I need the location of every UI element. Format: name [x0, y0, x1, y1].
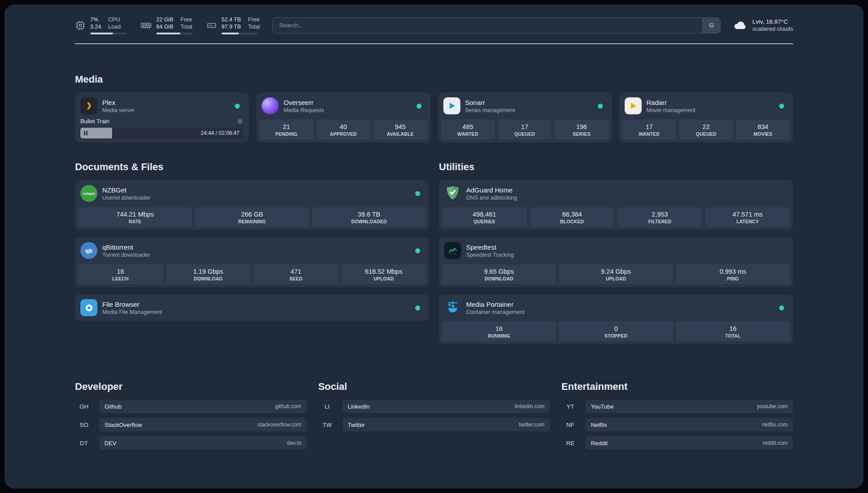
bookmark-name: LinkedIn: [348, 403, 370, 410]
bookmark-link-stackoverflow[interactable]: StackOverflow stackoverflow.com: [99, 418, 307, 431]
bookmark-group-entertainment: Entertainment YT YouTube youtube.com NF …: [561, 381, 793, 455]
bookmark-link-netflix[interactable]: Netflix netflix.com: [585, 418, 793, 431]
stat-value: 945: [374, 123, 426, 131]
bookmark-link-youtube[interactable]: YouTube youtube.com: [585, 400, 793, 413]
stat-block: 86,384 BLOCKED: [530, 207, 615, 227]
stat-block: 17 WANTED: [622, 120, 676, 139]
stat-value: 498,461: [443, 210, 526, 218]
stat-value: 485: [442, 123, 494, 131]
nzbget-icon: nzbget: [80, 185, 97, 202]
service-card-plex[interactable]: Plex Media server Bullet Train: [75, 92, 249, 142]
disk-free-value: 52.4 TB: [221, 16, 241, 23]
bookmark-link-linkedin[interactable]: LinkedIn linkedin.com: [342, 400, 550, 413]
bookmark-name: Reddit: [591, 440, 608, 447]
search-input[interactable]: [273, 18, 702, 33]
plex-icon: [80, 97, 97, 114]
service-title: Sonarr: [465, 98, 515, 107]
weather-condition: scattered clouds: [752, 25, 793, 33]
bookmark-group-developer: Developer GH Github github.com SO StackO…: [75, 381, 307, 455]
stat-block: 744.21 Mbps RATE: [78, 207, 192, 227]
qbittorrent-icon-label: qb: [85, 247, 92, 254]
bookmark-domain: linkedin.com: [515, 403, 545, 409]
section-title-utilities: Utilities: [439, 161, 793, 173]
stat-value: 86,384: [531, 210, 614, 218]
stat-label: DOWNLOAD: [443, 276, 555, 281]
cpu-load-value: 3.24: [90, 23, 101, 30]
bookmark-link-reddit[interactable]: Reddit reddit.com: [585, 436, 793, 450]
cpu-widget: 7% 3.24 CPU Load: [75, 16, 127, 34]
service-subtitle: Media Requests: [284, 107, 324, 114]
service-subtitle: Media File Management: [102, 309, 162, 316]
service-subtitle: Series management: [465, 107, 515, 114]
service-subtitle: Container management: [466, 309, 525, 316]
service-subtitle: DNS and adblocking: [466, 194, 517, 201]
service-card-nzbget[interactable]: nzbget NZBGet Usenet downloader 744.21 M…: [75, 180, 429, 230]
stat-block: 834 MOVIES: [736, 120, 790, 139]
stat-value: 834: [737, 123, 789, 131]
stat-label: REMAINING: [196, 219, 308, 224]
pause-icon[interactable]: [84, 131, 88, 135]
stat-value: 17: [623, 123, 675, 131]
service-card-portainer[interactable]: Media Portainer Container management 16 …: [439, 294, 793, 344]
bookmark-link-twitter[interactable]: Twitter twitter.com: [342, 418, 550, 431]
service-card-qbittorrent[interactable]: qb qBittorrent Torrent downloader 16 LEE…: [75, 237, 429, 287]
bookmark-name: YouTube: [591, 403, 613, 410]
dashboard-root: 7% 3.24 CPU Load: [4, 4, 864, 489]
stat-value: 0.993 ms: [677, 267, 789, 276]
section-title-documents: Documents & Files: [75, 161, 429, 173]
speedtest-icon: [444, 242, 461, 259]
bookmark-domain: dev.to: [287, 440, 301, 446]
bookmark-link-dev[interactable]: DEV dev.to: [99, 436, 307, 450]
disk-usage-bar: [221, 33, 258, 34]
disk-icon: [206, 20, 217, 31]
service-card-radarr[interactable]: Radarr Movie management 17 WANTED 22 QUE…: [619, 92, 793, 142]
disk-label-top: Free: [248, 16, 260, 23]
section-title-media: Media: [75, 74, 793, 85]
service-card-overseerr[interactable]: Overseerr Media Requests 21 PENDING 40 A…: [256, 92, 430, 142]
cloud-icon: [733, 20, 747, 31]
now-playing-widget: Bullet Train 24:44 / 02:06:4: [78, 116, 246, 139]
stat-value: 16: [443, 325, 555, 333]
stat-label: AVAILABLE: [374, 131, 426, 137]
top-bar: 7% 3.24 CPU Load: [4, 4, 864, 34]
status-dot: [779, 305, 784, 310]
stat-label: SERIES: [555, 131, 607, 137]
stat-label: BLOCKED: [531, 219, 614, 224]
cpu-label-bottom: Load: [108, 23, 121, 30]
weather-location: Lviv, 16.87°C: [752, 18, 793, 25]
settings-gear-icon[interactable]: [237, 118, 243, 125]
topbar-divider: [75, 43, 793, 44]
service-card-sonarr[interactable]: Sonarr Series management 485 WANTED 17 Q…: [438, 92, 612, 142]
service-card-filebrowser[interactable]: File Browser Media File Management: [75, 294, 429, 321]
service-title: Plex: [102, 98, 134, 107]
memory-label-top: Free: [180, 16, 192, 23]
bookmark-row: TW Twitter twitter.com: [318, 418, 550, 431]
stat-value: 40: [317, 123, 369, 131]
portainer-icon: [444, 299, 461, 316]
service-title: qBittorrent: [102, 243, 150, 251]
overseerr-icon: [262, 97, 279, 114]
status-dot: [598, 104, 603, 109]
stat-label: UPLOAD: [342, 276, 426, 281]
playback-progress-bar[interactable]: 24:44 / 02:06:47: [80, 128, 243, 138]
bookmark-row: SO StackOverflow stackoverflow.com: [75, 418, 307, 431]
stat-block: 21 PENDING: [259, 120, 313, 139]
stat-label: WANTED: [623, 131, 675, 137]
bookmark-link-github[interactable]: Github github.com: [99, 400, 307, 413]
cpu-icon: [75, 20, 86, 31]
service-title: Media Portainer: [466, 300, 525, 309]
stat-block: 39.6 TB DOWNLOADED: [312, 207, 426, 227]
memory-label-bottom: Total: [180, 23, 192, 30]
stat-block: 17 QUEUED: [498, 120, 551, 139]
service-card-speedtest[interactable]: Speedtest Speedtest Tracking 9.65 Gbps D…: [439, 237, 793, 287]
stat-block: 16 RUNNING: [442, 322, 556, 341]
bookmark-name: Twitter: [348, 422, 365, 428]
bookmark-domain: github.com: [275, 403, 301, 409]
stat-block: 47.571 ms LATENCY: [705, 207, 790, 227]
search-provider-button[interactable]: G: [702, 18, 720, 33]
memory-usage-bar: [156, 33, 193, 34]
bookmark-name: Github: [104, 403, 121, 410]
stat-block: 40 APPROVED: [317, 120, 370, 139]
service-card-adguard[interactable]: AdGuard Home DNS and adblocking 498,461 …: [439, 180, 793, 230]
stat-block: 16 TOTAL: [676, 322, 790, 341]
